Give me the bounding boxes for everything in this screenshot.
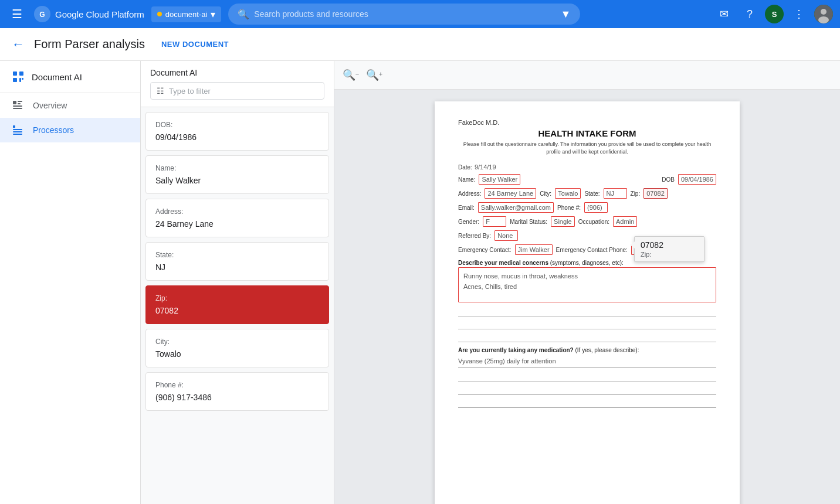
- concerns-value: Runny nose, mucus in throat, weakness Ac…: [458, 267, 716, 302]
- tooltip-arrow: [630, 241, 635, 248]
- sidebar: Document AI Overview: [0, 61, 141, 504]
- field-card-city[interactable]: City: Towalo: [145, 329, 329, 367]
- field-label-phone: Phone #:: [155, 381, 319, 389]
- concerns-sublabel: (symptoms, diagnoses, etc):: [550, 260, 624, 266]
- extra-lines: [458, 306, 716, 342]
- gender-row: Gender: F Marital Status: Single Occupat…: [458, 216, 716, 227]
- svg-rect-7: [19, 71, 23, 76]
- page-title: Form Parser analysis: [34, 38, 145, 51]
- zoom-out-button[interactable]: 🔍−: [341, 66, 360, 84]
- search-bar[interactable]: 🔍 ▼: [228, 4, 580, 25]
- field-label-zip: Zip:: [155, 294, 319, 302]
- field-value-phone: (906) 917-3486: [155, 393, 319, 402]
- field-card-state[interactable]: State: NJ: [145, 242, 329, 281]
- medication-sublabel: (If yes, please describe):: [575, 347, 639, 353]
- line-1: [458, 306, 716, 316]
- med-line-2: [458, 384, 716, 395]
- marital-value: Single: [551, 216, 575, 227]
- field-value-address: 24 Barney Lane: [155, 219, 319, 229]
- email-phone-row: Email: Sally.walker@gmail.com Phone #: (…: [458, 202, 716, 213]
- notifications-button[interactable]: ✉: [713, 4, 734, 25]
- dob-value: 09/04/1986: [678, 174, 716, 185]
- filter-icon: ☷: [157, 86, 164, 96]
- avatar-image: [814, 5, 833, 23]
- doc-toolbar: 🔍− 🔍+: [334, 61, 840, 90]
- document-page: FakeDoc M.D. HEALTH INTAKE FORM Please f…: [435, 101, 740, 504]
- address-row: Address: 24 Barney Lane City: Towalo Sta…: [458, 188, 716, 199]
- project-dropdown-icon[interactable]: ▾: [211, 9, 215, 20]
- svg-rect-8: [19, 78, 21, 82]
- dob-label: DOB: [662, 176, 675, 183]
- svg-rect-16: [13, 129, 22, 130]
- svg-rect-18: [13, 134, 22, 135]
- svg-rect-12: [18, 103, 21, 104]
- brand-name: Google Cloud Platform: [55, 9, 144, 19]
- occupation-value: Admin: [613, 216, 637, 227]
- doc-form-title: HEALTH INTAKE FORM: [458, 128, 716, 138]
- field-card-phone[interactable]: Phone #: (906) 917-3486: [145, 372, 329, 411]
- user-avatar[interactable]: [814, 5, 833, 23]
- field-value-state: NJ: [155, 263, 319, 272]
- med-line-3: [458, 397, 716, 408]
- svg-rect-13: [13, 105, 22, 107]
- gcp-logo: G: [34, 6, 50, 22]
- zoom-in-button[interactable]: 🔍+: [365, 66, 384, 84]
- field-card-address[interactable]: Address: 24 Barney Lane: [145, 199, 329, 237]
- sidebar-app-icon: [12, 70, 25, 83]
- sidebar-processors-label: Processors: [33, 125, 74, 135]
- project-dot: [157, 12, 162, 16]
- tooltip-label: Zip:: [641, 251, 698, 258]
- project-name: document-ai: [165, 10, 208, 19]
- medication-extra-lines: [458, 372, 716, 408]
- hamburger-menu[interactable]: ☰: [7, 2, 27, 26]
- field-card-zip[interactable]: Zip: 07082: [145, 285, 329, 324]
- emergency-value: Jim Walker: [515, 244, 553, 255]
- phone-value-doc: (906): [584, 202, 608, 213]
- name-value: Sally Walker: [479, 174, 520, 185]
- emergency-phone-label: Emergency Contact Phone:: [556, 247, 628, 253]
- user-badge[interactable]: S: [765, 5, 784, 23]
- marital-label: Marital Status:: [510, 219, 547, 225]
- sidebar-item-overview[interactable]: Overview: [0, 93, 140, 118]
- zip-value-doc: 07082: [643, 188, 668, 199]
- concerns-label: Describe your medical concerns: [458, 260, 548, 266]
- field-label-dob: DOB:: [155, 121, 319, 129]
- main-layout: Document AI Overview: [0, 61, 840, 504]
- field-list: DOB: 09/04/1986 Name: Sally Walker Addre…: [141, 107, 334, 504]
- phone-label-doc: Phone #:: [557, 205, 581, 211]
- search-input[interactable]: [254, 9, 556, 19]
- sidebar-item-processors[interactable]: Processors: [0, 118, 140, 142]
- project-selector[interactable]: document-ai ▾: [151, 6, 222, 22]
- referred-value: None: [494, 230, 518, 241]
- field-value-zip: 07082: [155, 306, 319, 315]
- address-label: Address:: [458, 190, 481, 197]
- field-card-dob[interactable]: DOB: 09/04/1986: [145, 112, 329, 151]
- field-label-address: Address:: [155, 207, 319, 216]
- overview-icon: [12, 100, 23, 111]
- line-2: [458, 319, 716, 329]
- occupation-label: Occupation:: [578, 219, 609, 225]
- field-card-name[interactable]: Name: Sally Walker: [145, 155, 329, 194]
- more-options-button[interactable]: ⋮: [788, 4, 809, 25]
- back-button[interactable]: ←: [12, 37, 25, 52]
- new-document-button[interactable]: NEW DOCUMENT: [161, 40, 229, 49]
- filter-input[interactable]: [169, 87, 318, 96]
- referred-label: Referred By:: [458, 233, 491, 239]
- search-dropdown-icon[interactable]: ▼: [560, 8, 571, 21]
- processors-icon: [12, 125, 23, 135]
- name-label: Name:: [458, 176, 475, 183]
- help-button[interactable]: ?: [739, 4, 760, 25]
- name-dob-row: Name: Sally Walker DOB 09/04/1986: [458, 174, 716, 185]
- doc-content-area: FakeDoc M.D. HEALTH INTAKE FORM Please f…: [334, 90, 840, 504]
- email-label: Email:: [458, 205, 475, 211]
- panel-header: Document AI ☷: [141, 61, 334, 107]
- concerns-text: Runny nose, mucus in throat, weakness Ac…: [463, 273, 578, 290]
- svg-rect-15: [13, 125, 15, 128]
- gender-value: F: [483, 216, 506, 227]
- document-viewer: 🔍− 🔍+ FakeDoc M.D. HEALTH INTAKE FORM Pl…: [334, 61, 840, 504]
- emergency-label: Emergency Contact:: [458, 247, 512, 253]
- panel-filter[interactable]: ☷: [150, 82, 324, 100]
- medication-value: Vyvanse (25mg) daily for attention: [458, 357, 556, 365]
- gender-label: Gender:: [458, 219, 479, 225]
- svg-rect-14: [13, 108, 22, 109]
